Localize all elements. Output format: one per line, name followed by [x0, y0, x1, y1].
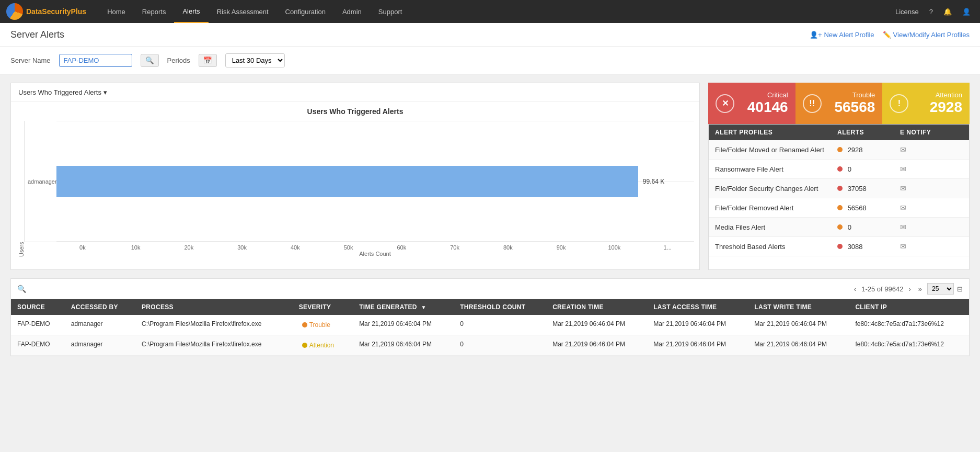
cell-client-ip-0: fe80::4c8c:7e5a:d7a1:73e6%12 [849, 315, 969, 335]
chart-area: Users admanager [16, 121, 694, 257]
x-tick-50: 50k [322, 244, 375, 251]
critical-value: 40146 [747, 99, 788, 116]
view-modify-profiles-button[interactable]: ✏️ View/Modify Alert Profiles [883, 31, 970, 39]
cell-source-1: FAP-DEMO [11, 335, 65, 356]
email-icon-5[interactable]: ✉ [900, 242, 963, 251]
nav-reports[interactable]: Reports [134, 0, 175, 23]
cell-last-write-0: Mar 21,2019 06:46:04 PM [748, 315, 849, 335]
x-tick-30: 30k [215, 244, 269, 251]
col-severity: SEVERITY [293, 299, 353, 315]
alert-row-4[interactable]: Media Files Alert 0 ✉ [709, 218, 969, 237]
alert-row-1[interactable]: Ransomware File Alert 0 ✉ [709, 160, 969, 179]
col-creation-time: CREATION TIME [546, 299, 647, 315]
chart-plot: admanager 99.64 K [25, 121, 694, 242]
cell-process-1: C:\Program Files\Mozilla Firefox\firefox… [135, 335, 293, 356]
nav-admin[interactable]: Admin [334, 0, 370, 23]
attention-stat-card[interactable]: ! Attention 2928 [882, 83, 970, 124]
edit-icon: ✏️ [883, 31, 891, 39]
alert-row-2[interactable]: File/Folder Security Changes Alert 37058… [709, 179, 969, 198]
server-search-button[interactable]: 🔍 [141, 54, 159, 67]
license-link[interactable]: License [892, 8, 922, 16]
alert-profiles-table: ALERT PROFILES ALERTS E NOTIFY File/Fold… [708, 124, 970, 270]
table-row: FAP-DEMO admanager C:\Program Files\Mozi… [11, 315, 969, 335]
logo-text: DataSecurityPlus [26, 7, 86, 16]
cell-last-access-0: Mar 21,2019 06:46:04 PM [647, 315, 748, 335]
cell-time-0: Mar 21,2019 06:46:04 PM [353, 315, 454, 335]
pagination-info: ‹ 1-25 of 99642 › » 25 50 100 ⊟ [852, 283, 963, 295]
nav-home[interactable]: Home [99, 0, 134, 23]
y-tick-admanager: admanager [28, 178, 57, 185]
col-last-access-time: LAST ACCESS TIME [647, 299, 748, 315]
alert-count-5: 3088 [837, 243, 900, 251]
alert-count-2: 37058 [837, 185, 900, 193]
data-table-section: 🔍 ‹ 1-25 of 99642 › » 25 50 100 ⊟ SOURCE… [10, 278, 970, 356]
period-select[interactable]: Last 30 Days [225, 53, 285, 67]
nav-alerts[interactable]: Alerts [174, 0, 208, 23]
x-tick-10: 10k [109, 244, 163, 251]
chart-bar-row: admanager 99.64 K [56, 166, 689, 197]
chart-inner: admanager 99.64 K 0k 10k 20k 30k 40k [25, 121, 694, 257]
alert-table-header: ALERT PROFILES ALERTS E NOTIFY [709, 125, 969, 140]
nav-items: Home Reports Alerts Risk Assessment Conf… [99, 0, 892, 23]
new-alert-profile-button[interactable]: 👤+ New Alert Profile [810, 31, 874, 39]
email-icon-2[interactable]: ✉ [900, 184, 963, 193]
nav-risk-assessment[interactable]: Risk Assessment [209, 0, 277, 23]
column-settings-icon[interactable]: ⊟ [957, 285, 963, 293]
attention-label: Attention [930, 91, 962, 99]
chart-dropdown-icon: ▾ [103, 88, 107, 96]
severity-badge-1: Attention [299, 341, 337, 350]
notification-bell[interactable]: 🔔 [940, 8, 955, 16]
alert-row-0[interactable]: File/Folder Moved or Renamed Alert 2928 … [709, 140, 969, 160]
next-page-button[interactable]: › [906, 284, 913, 294]
x-tick-more: 1... [641, 244, 694, 251]
pagination-text: 1-25 of 99642 [861, 285, 903, 293]
cell-creation-1: Mar 21,2019 06:46:04 PM [546, 335, 647, 356]
dot-2 [837, 186, 843, 191]
nav-right: License ? 🔔 👤 [892, 8, 974, 16]
email-icon-1[interactable]: ✉ [900, 165, 963, 173]
x-tick-90: 90k [535, 244, 588, 251]
col-time-generated[interactable]: TIME GENERATED ▼ [353, 299, 454, 315]
last-page-button[interactable]: » [916, 284, 924, 294]
col-accessed-by: ACCESSED BY [65, 299, 135, 315]
table-search-button[interactable]: 🔍 [17, 285, 26, 293]
alert-row-3[interactable]: File/Folder Removed Alert 56568 ✉ [709, 198, 969, 218]
nav-support[interactable]: Support [370, 0, 411, 23]
critical-icon: ✕ [716, 94, 734, 113]
email-icon-0[interactable]: ✉ [900, 145, 963, 154]
stats-panel: ✕ Critical 40146 !! Trouble 56568 ! [708, 83, 970, 270]
dot-1 [837, 166, 843, 172]
calendar-icon-button[interactable]: 📅 [199, 54, 217, 67]
alert-row-5[interactable]: Threshold Based Alerts 3088 ✉ [709, 237, 969, 256]
user-avatar[interactable]: 👤 [959, 8, 974, 16]
x-axis-title: Alerts Count [56, 251, 694, 257]
email-icon-3[interactable]: ✉ [900, 204, 963, 212]
cell-source-0: FAP-DEMO [11, 315, 65, 335]
enotify-col-header: E NOTIFY [900, 129, 963, 136]
app-logo[interactable]: DataSecurityPlus [6, 3, 86, 20]
severity-badge-0: Trouble [299, 320, 333, 330]
x-tick-0: 0k [56, 244, 109, 251]
page-size-select[interactable]: 25 50 100 [927, 283, 954, 295]
cell-accessed-by-0: admanager [65, 315, 135, 335]
cell-threshold-1: 0 [454, 335, 546, 356]
alert-profile-name-0: File/Folder Moved or Renamed Alert [715, 146, 837, 154]
main-content: Users Who Triggered Alerts ▾ Users Who T… [0, 74, 980, 365]
y-axis-label: Users [16, 121, 25, 257]
chart-body: Users Who Triggered Alerts Users [11, 102, 699, 269]
trouble-stat-card[interactable]: !! Trouble 56568 [795, 83, 883, 124]
x-tick-20: 20k [163, 244, 216, 251]
alert-profile-name-4: Media Files Alert [715, 223, 837, 231]
prev-page-button[interactable]: ‹ [852, 284, 858, 294]
col-threshold-count: THRESHOLD COUNT [454, 299, 546, 315]
nav-configuration[interactable]: Configuration [277, 0, 334, 23]
col-client-ip: CLIENT IP [849, 299, 969, 315]
critical-stat-card[interactable]: ✕ Critical 40146 [708, 83, 795, 124]
chart-dropdown-button[interactable]: Users Who Triggered Alerts ▾ [18, 88, 107, 96]
help-button[interactable]: ? [926, 8, 936, 16]
header-actions: 👤+ New Alert Profile ✏️ View/Modify Aler… [810, 31, 970, 39]
x-tick-40: 40k [269, 244, 322, 251]
top-navigation: DataSecurityPlus Home Reports Alerts Ris… [0, 0, 980, 23]
email-icon-4[interactable]: ✉ [900, 223, 963, 231]
server-name-input[interactable] [59, 54, 132, 67]
